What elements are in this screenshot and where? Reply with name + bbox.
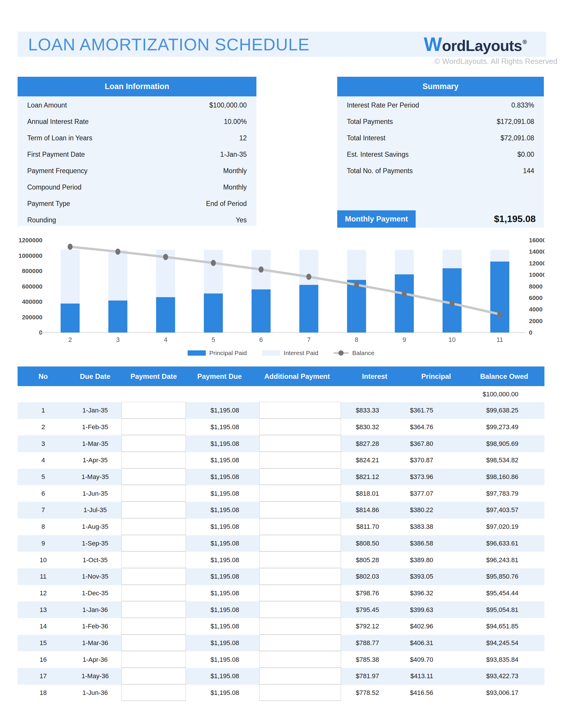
payment-due-cell: $1,195.08 — [186, 651, 253, 668]
due-date-cell: 1-Mar-36 — [69, 635, 122, 652]
svg-text:16000: 16000 — [529, 237, 544, 243]
loan-info-row: First Payment Date1-Jan-35 — [18, 146, 257, 163]
monthly-payment-button[interactable]: Monthly Payment — [337, 210, 416, 228]
payment-date-input[interactable] — [122, 518, 186, 535]
additional-payment-input[interactable] — [259, 651, 341, 668]
additional-payment-input[interactable] — [259, 435, 341, 452]
additional-payment-input[interactable] — [259, 585, 341, 602]
additional-payment-input[interactable] — [259, 601, 341, 618]
svg-text:400000: 400000 — [22, 298, 42, 305]
loan-information-panel: Loan Information Loan Amount$100,000.00A… — [18, 77, 257, 226]
payment-due-cell: $1,195.08 — [186, 585, 253, 602]
principal-cell: $406.31 — [408, 635, 464, 652]
payment-date-input[interactable] — [122, 502, 186, 519]
table-row: 151-Mar-36$1,195.08$788.77$406.31$94,245… — [18, 635, 544, 652]
balance-cell: $93,006.17 — [464, 685, 544, 701]
payment-date-input[interactable] — [122, 485, 186, 502]
payment-date-input[interactable] — [122, 618, 186, 635]
additional-payment-input[interactable] — [259, 518, 341, 535]
table-body: 11-Jan-35$1,195.08$833.33$361.75$99,638.… — [18, 402, 544, 701]
payment-date-input[interactable] — [122, 568, 186, 585]
loan-info-value: 12 — [239, 134, 247, 142]
due-date-cell: 1-Feb-35 — [69, 419, 122, 436]
additional-payment-input[interactable] — [259, 485, 341, 502]
additional-payment-input[interactable] — [259, 452, 341, 469]
payment-date-input[interactable] — [122, 668, 186, 685]
additional-payment-input[interactable] — [259, 668, 341, 685]
empty-cell — [69, 386, 122, 402]
principal-cell: $370.87 — [408, 452, 464, 469]
additional-payment-input[interactable] — [259, 618, 341, 635]
column-header-payment-due: Payment Due — [186, 366, 253, 386]
summary-row: Total Interest$72,091.08 — [337, 130, 544, 146]
due-date-cell: 1-Nov-35 — [69, 568, 122, 585]
row-number: 13 — [18, 601, 69, 618]
payment-date-input[interactable] — [122, 551, 186, 568]
due-date-cell: 1-Jun-36 — [69, 685, 122, 701]
row-number: 7 — [18, 502, 69, 519]
due-date-cell: 1-Jul-35 — [69, 502, 122, 519]
additional-payment-input[interactable] — [259, 468, 341, 485]
row-number: 1 — [18, 402, 69, 419]
svg-text:10: 10 — [448, 336, 455, 343]
due-date-cell: 1-Mar-35 — [69, 435, 122, 452]
row-number: 3 — [18, 435, 69, 452]
loan-info-row: RoundingYes — [18, 212, 257, 228]
table-row: 181-Jun-36$1,195.08$778.52$416.56$93,006… — [18, 685, 544, 701]
svg-text:8000: 8000 — [529, 283, 543, 290]
summary-label: Interest Rate Per Period — [347, 101, 419, 109]
summary-value: $172,091.08 — [497, 118, 534, 126]
payment-date-input[interactable] — [122, 452, 186, 469]
payment-due-cell: $1,195.08 — [186, 552, 253, 568]
balance-cell: $99,273.49 — [464, 419, 544, 436]
additional-payment-input[interactable] — [259, 551, 341, 568]
empty-cell — [18, 386, 69, 402]
additional-payment-input[interactable] — [259, 419, 341, 436]
payment-date-cell — [122, 502, 186, 519]
due-date-cell: 1-Aug-35 — [69, 519, 122, 535]
payment-due-cell: $1,195.08 — [186, 502, 253, 519]
payment-date-input[interactable] — [122, 684, 186, 701]
additional-payment-input[interactable] — [259, 502, 341, 519]
additional-payment-input[interactable] — [259, 535, 341, 552]
payment-due-cell: $1,195.08 — [186, 485, 253, 502]
monthly-payment-row: Monthly Payment $1,195.08 — [337, 210, 544, 228]
payment-date-input[interactable] — [122, 419, 186, 436]
balance-cell: $95,054.81 — [464, 601, 544, 618]
column-header-balance-owed: Balance Owed — [464, 366, 544, 386]
interest-cell: $802.03 — [341, 568, 408, 585]
additional-payment-input[interactable] — [259, 635, 341, 652]
additional-payment-input[interactable] — [259, 568, 341, 585]
table-row: 11-Jan-35$1,195.08$833.33$361.75$99,638.… — [18, 402, 544, 419]
interest-cell: $805.28 — [341, 552, 408, 568]
additional-payment-input[interactable] — [259, 684, 341, 701]
table-row: 91-Sep-35$1,195.08$808.50$386.58$96,633.… — [18, 535, 544, 552]
payment-date-input[interactable] — [122, 601, 186, 618]
payment-date-input[interactable] — [122, 585, 186, 602]
interest-cell: $814.86 — [341, 502, 408, 519]
legend-principal-paid: Principal Paid — [188, 349, 247, 357]
loan-info-label: Rounding — [27, 216, 56, 224]
interest-cell: $824.21 — [341, 452, 408, 469]
principal-cell: $364.76 — [408, 419, 464, 436]
additional-payment-cell — [253, 601, 341, 618]
due-date-cell: 1-Oct-35 — [69, 552, 122, 568]
additional-payment-cell — [253, 535, 341, 552]
summary-value: $72,091.08 — [500, 134, 534, 142]
payment-date-input[interactable] — [122, 535, 186, 552]
interest-cell: $821.12 — [341, 469, 408, 485]
payment-date-input[interactable] — [122, 435, 186, 452]
payment-date-input[interactable] — [122, 468, 186, 485]
legend-balance-label: Balance — [352, 349, 374, 357]
svg-text:2000: 2000 — [529, 318, 543, 324]
payment-date-cell — [122, 419, 186, 436]
interest-cell: $811.70 — [341, 519, 408, 535]
additional-payment-input[interactable] — [259, 402, 341, 419]
payment-date-input[interactable] — [122, 651, 186, 668]
additional-payment-cell — [253, 435, 341, 452]
payment-date-input[interactable] — [122, 635, 186, 652]
balance-line-swatch-icon — [333, 350, 348, 356]
due-date-cell: 1-Dec-35 — [69, 585, 122, 602]
payment-date-input[interactable] — [122, 402, 186, 419]
additional-payment-cell — [253, 452, 341, 469]
